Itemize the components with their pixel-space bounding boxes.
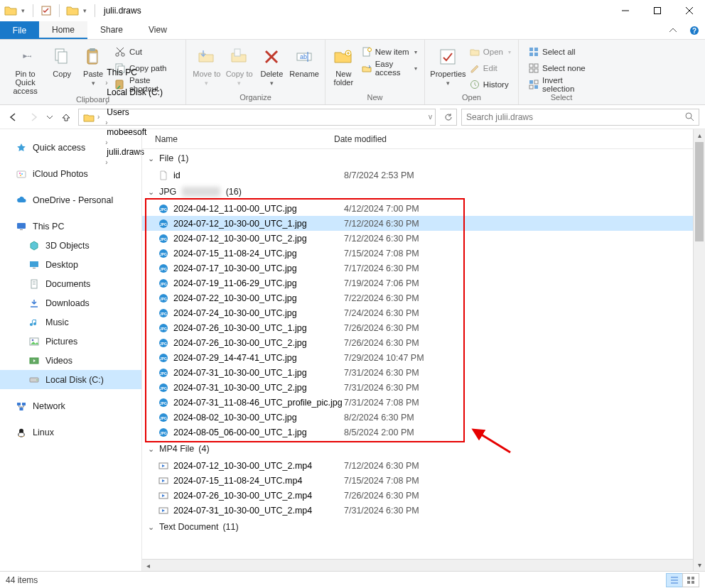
vertical-scrollbar[interactable]: ▴ ▾ xyxy=(693,129,705,571)
select-all-button[interactable]: Select all xyxy=(526,44,600,60)
file-row[interactable]: JPG2024-07-31_10-30-00_UTC_2.jpg7/31/202… xyxy=(142,380,705,395)
nav-item[interactable]: Pictures xyxy=(0,332,141,351)
search-input[interactable]: Search julii.draws xyxy=(461,109,699,126)
collapse-ribbon-button[interactable] xyxy=(662,21,684,39)
file-name: 2024-04-12_11-00-00_UTC.jpg xyxy=(173,204,344,214)
file-row[interactable]: JPG2024-04-12_11-00-00_UTC.jpg4/12/2024 … xyxy=(142,201,705,216)
select-none-icon xyxy=(529,63,539,73)
scroll-thumb[interactable] xyxy=(695,142,704,241)
properties-qat-icon[interactable] xyxy=(40,4,53,17)
svg-rect-109 xyxy=(691,581,694,584)
breadcrumb-root-icon[interactable]: › xyxy=(80,109,104,125)
jpg-icon: JPG xyxy=(158,367,169,379)
breadcrumb-segment[interactable]: Local Disk (C:) xyxy=(104,87,166,97)
chevron-right-icon: › xyxy=(104,79,109,87)
group-header[interactable]: ⌄Text Document(11) xyxy=(142,518,705,536)
group-header[interactable]: ⌄JPGXXXX(16) xyxy=(142,183,705,201)
column-header-date[interactable]: Date modified xyxy=(334,134,705,144)
horizontal-scrollbar[interactable]: ◂ ▸ xyxy=(142,559,705,571)
delete-button[interactable]: Delete▾ xyxy=(256,43,289,87)
nav-item[interactable]: Local Disk (C:) xyxy=(0,370,141,389)
history-button[interactable]: History xyxy=(467,77,514,92)
qat-dropdown-icon[interactable]: ▾ xyxy=(19,4,26,17)
nav-onedrive[interactable]: OneDrive - Personal xyxy=(0,190,141,209)
file-row[interactable]: 2024-07-15_11-08-24_UTC.mp47/15/2024 7:0… xyxy=(142,473,705,488)
file-row[interactable]: JPG2024-07-29_14-47-41_UTC.jpg7/29/2024 … xyxy=(142,350,705,365)
nav-this-pc[interactable]: This PC xyxy=(0,217,141,236)
nav-item[interactable]: 3D Objects xyxy=(0,236,141,255)
copy-button[interactable]: Copy xyxy=(46,43,77,78)
tab-view[interactable]: View xyxy=(136,21,180,39)
file-row[interactable]: JPG2024-07-15_11-08-24_UTC.jpg7/15/2024 … xyxy=(142,246,705,261)
group-header[interactable]: ⌄MP4 File(4) xyxy=(142,440,705,458)
invert-selection-button[interactable]: Invert selection xyxy=(526,77,600,92)
forward-button[interactable] xyxy=(26,109,41,125)
select-none-button[interactable]: Select none xyxy=(526,60,600,76)
open-button[interactable]: Open▾ xyxy=(467,44,514,60)
chevron-down-icon: ⌄ xyxy=(146,445,155,454)
file-row[interactable]: JPG2024-07-26_10-30-00_UTC_2.jpg7/26/202… xyxy=(142,335,705,350)
cut-button[interactable]: Cut xyxy=(112,44,181,60)
easy-access-button[interactable]: Easy access▾ xyxy=(359,60,420,76)
scroll-up-icon[interactable]: ▴ xyxy=(694,129,705,141)
details-view-button[interactable] xyxy=(666,573,683,587)
tab-share[interactable]: Share xyxy=(87,21,136,39)
scroll-down-icon[interactable]: ▾ xyxy=(694,559,705,571)
nav-item[interactable]: Desktop xyxy=(0,255,141,274)
file-row[interactable]: JPG2024-08-05_06-00-00_UTC_1.jpg8/5/2024… xyxy=(142,425,705,440)
file-row[interactable]: JPG2024-07-12_10-30-00_UTC_2.jpg7/12/202… xyxy=(142,231,705,246)
new-item-button[interactable]: New item▾ xyxy=(359,44,420,60)
up-button[interactable] xyxy=(58,109,74,125)
file-row[interactable]: JPG2024-07-24_10-30-00_UTC.jpg7/24/2024 … xyxy=(142,305,705,320)
cut-icon xyxy=(114,46,126,58)
help-button[interactable]: ? xyxy=(684,21,705,39)
file-row[interactable]: 2024-07-12_10-30-00_UTC_2.mp47/12/2024 6… xyxy=(142,458,705,473)
copy-to-button[interactable]: Copy to▾ xyxy=(223,43,256,87)
tab-home[interactable]: Home xyxy=(39,21,87,39)
breadcrumb[interactable]: › This PC›Local Disk (C:)›Users›mobeesof… xyxy=(78,109,436,126)
pin-to-quick-access-button[interactable]: Pin to Quick access xyxy=(4,43,46,95)
nav-item[interactable]: Downloads xyxy=(0,293,141,312)
file-row[interactable]: JPG2024-07-22_10-30-00_UTC.jpg7/22/2024 … xyxy=(142,290,705,305)
file-name: 2024-07-26_10-30-00_UTC_2.jpg xyxy=(173,338,344,348)
breadcrumb-dropdown-icon[interactable]: v xyxy=(427,113,434,121)
nav-item[interactable]: Music xyxy=(0,312,141,332)
recent-locations-button[interactable] xyxy=(45,109,54,125)
rename-button[interactable]: abRename xyxy=(288,43,321,78)
file-row[interactable]: JPG2024-07-19_11-06-29_UTC.jpg7/19/2024 … xyxy=(142,276,705,290)
minimize-button[interactable] xyxy=(609,0,641,21)
file-row[interactable]: 2024-07-26_10-30-00_UTC_2.mp47/26/2024 6… xyxy=(142,488,705,503)
nav-linux[interactable]: Linux xyxy=(0,423,141,442)
maximize-button[interactable] xyxy=(641,0,673,21)
file-row[interactable]: JPG2024-07-12_10-30-00_UTC_1.jpg7/12/202… xyxy=(142,216,705,231)
column-header-name[interactable]: Name xyxy=(142,134,334,144)
scroll-left-icon[interactable]: ◂ xyxy=(142,560,154,572)
nav-icloud-photos[interactable]: iCloud Photos xyxy=(0,164,141,183)
qat-dropdown-icon[interactable]: ▾ xyxy=(81,4,88,17)
nav-item[interactable]: Documents xyxy=(0,274,141,293)
back-button[interactable] xyxy=(6,109,21,125)
file-row[interactable]: id8/7/2024 2:53 PM xyxy=(142,168,705,183)
properties-button[interactable]: Properties▾ xyxy=(429,43,467,87)
nav-quick-access[interactable]: Quick access xyxy=(0,138,141,157)
close-button[interactable] xyxy=(673,0,705,21)
file-row[interactable]: JPG2024-07-26_10-30-00_UTC_1.jpg7/26/202… xyxy=(142,320,705,335)
file-row[interactable]: JPG2024-07-31_11-08-46_UTC_profile_pic.j… xyxy=(142,395,705,410)
breadcrumb-segment[interactable]: Users xyxy=(104,107,166,117)
file-row[interactable]: JPG2024-07-31_10-30-00_UTC_1.jpg7/31/202… xyxy=(142,365,705,380)
move-to-button[interactable]: Move to▾ xyxy=(190,43,223,87)
file-row[interactable]: JPG2024-07-17_10-30-00_UTC.jpg7/17/2024 … xyxy=(142,261,705,276)
tab-file[interactable]: File xyxy=(0,21,39,39)
breadcrumb-segment[interactable]: This PC xyxy=(104,67,166,77)
new-folder-button[interactable]: New folder xyxy=(330,43,357,87)
nav-network[interactable]: Network xyxy=(0,396,141,415)
nav-item[interactable]: Videos xyxy=(0,351,141,370)
file-name: 2024-07-17_10-30-00_UTC.jpg xyxy=(173,263,344,273)
large-icons-view-button[interactable] xyxy=(682,573,699,587)
group-header[interactable]: ⌄File(1) xyxy=(142,149,705,168)
file-name: 2024-07-12_10-30-00_UTC_1.jpg xyxy=(173,219,344,229)
file-row[interactable]: 2024-07-31_10-30-00_UTC_2.mp47/31/2024 6… xyxy=(142,503,705,518)
refresh-button[interactable] xyxy=(440,109,457,126)
edit-button[interactable]: Edit xyxy=(467,60,514,76)
file-row[interactable]: JPG2024-08-02_10-30-00_UTC.jpg8/2/2024 6… xyxy=(142,410,705,425)
